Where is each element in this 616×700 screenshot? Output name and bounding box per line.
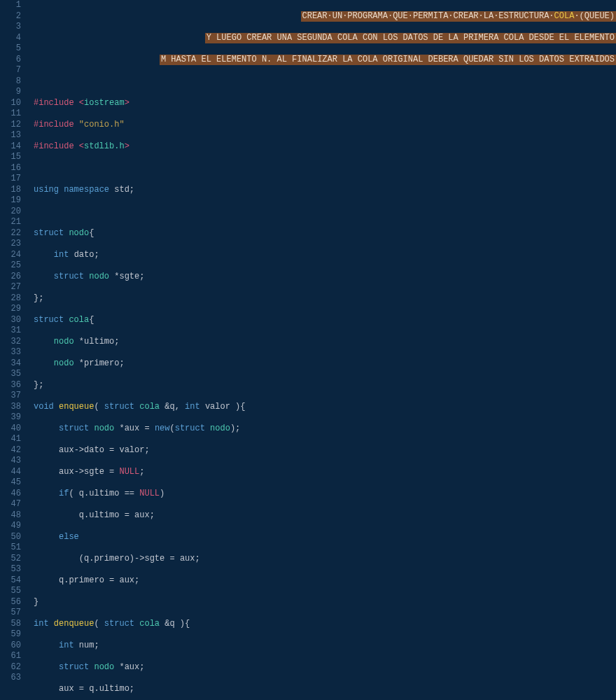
line-number: 1 — [0, 0, 21, 11]
line-number: 53 — [0, 564, 21, 575]
line-number: 2 — [0, 11, 21, 22]
line-number: 57 — [0, 608, 21, 619]
line-number: 42 — [0, 445, 21, 456]
code-area[interactable]: CREAR·UN·PROGRAMA·QUE·PERMITA·CREAR·LA·E… — [28, 0, 616, 700]
line-number: 21 — [0, 217, 21, 228]
line-number: 45 — [0, 477, 21, 489]
line-number: 19 — [0, 195, 21, 206]
line-number: 5 — [0, 43, 21, 55]
line-number: 16 — [0, 163, 21, 174]
line-number-gutter: 1234567891011121314151617181920212223242… — [0, 0, 28, 700]
line-number: 38 — [0, 402, 21, 413]
comment-line-3: M HASTA EL ELEMENTO N. AL FINALIZAR LA C… — [160, 55, 616, 66]
line-number: 56 — [0, 597, 21, 608]
line-number: 7 — [0, 65, 21, 76]
line-number: 15 — [0, 152, 21, 163]
line-number: 24 — [0, 250, 21, 261]
comment-line-2: Y LUEGO CREAR UNA SEGUNDA COLA CON LOS D… — [205, 33, 616, 44]
line-number: 31 — [0, 326, 21, 337]
line-number: 63 — [0, 673, 21, 684]
code-editor: 1234567891011121314151617181920212223242… — [0, 0, 616, 700]
line-number: 3 — [0, 22, 21, 33]
line-number: 20 — [0, 206, 21, 218]
line-number: 17 — [0, 174, 21, 185]
line-number: 32 — [0, 337, 21, 348]
line-number: 62 — [0, 662, 21, 673]
line-number: 58 — [0, 619, 21, 630]
line-number: 61 — [0, 651, 21, 662]
line-number: 29 — [0, 304, 21, 315]
line-number: 44 — [0, 467, 21, 478]
line-number: 23 — [0, 239, 21, 250]
line-number: 37 — [0, 391, 21, 402]
comment-line-1: CREAR·UN·PROGRAMA·QUE·PERMITA·CREAR·LA·E… — [301, 11, 616, 22]
line-number: 4 — [0, 33, 21, 44]
line-number: 34 — [0, 358, 21, 370]
line-number: 59 — [0, 629, 21, 640]
line-number: 26 — [0, 272, 21, 283]
line-number: 55 — [0, 586, 21, 597]
line-number: 51 — [0, 542, 21, 554]
line-number: 22 — [0, 228, 21, 239]
line-number: 46 — [0, 489, 21, 500]
line-number: 39 — [0, 412, 21, 424]
line-number: 30 — [0, 315, 21, 326]
line-number: 52 — [0, 554, 21, 565]
line-number: 28 — [0, 293, 21, 304]
line-number: 10 — [0, 98, 21, 109]
line-number: 13 — [0, 130, 21, 141]
line-number: 49 — [0, 521, 21, 532]
line-number: 8 — [0, 76, 21, 88]
line-number: 40 — [0, 424, 21, 435]
line-number: 60 — [0, 640, 21, 652]
line-number: 6 — [0, 55, 21, 66]
line-number: 18 — [0, 185, 21, 196]
line-number: 9 — [0, 87, 21, 98]
line-number: 50 — [0, 532, 21, 543]
line-number: 43 — [0, 456, 21, 467]
line-number: 35 — [0, 369, 21, 380]
line-number: 41 — [0, 434, 21, 445]
line-number: 54 — [0, 575, 21, 587]
line-number: 48 — [0, 510, 21, 522]
line-number: 12 — [0, 120, 21, 131]
line-number: 36 — [0, 380, 21, 391]
line-number: 14 — [0, 141, 21, 153]
line-number: 27 — [0, 282, 21, 293]
line-number: 11 — [0, 108, 21, 120]
line-number: 47 — [0, 499, 21, 510]
line-number: 25 — [0, 260, 21, 272]
line-number: 33 — [0, 347, 21, 358]
